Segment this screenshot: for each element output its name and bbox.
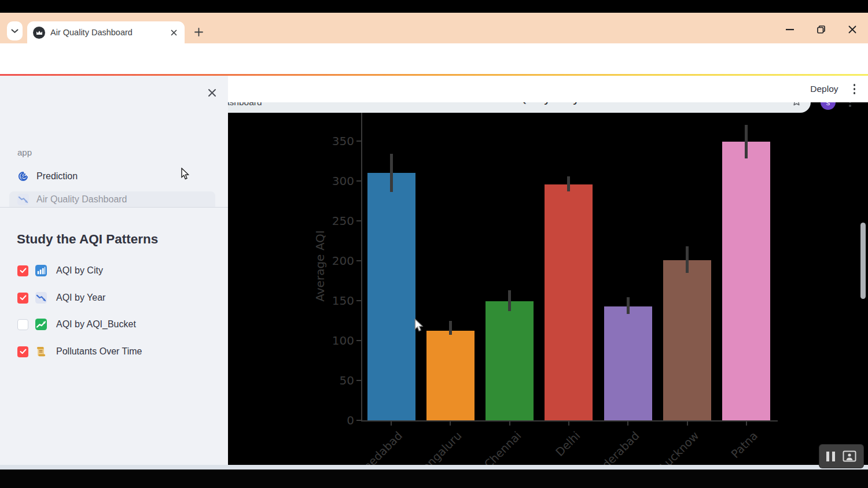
bar-chennai (486, 301, 534, 420)
window-close-button[interactable] (844, 23, 861, 36)
picture-in-picture-icon[interactable] (843, 450, 856, 462)
browser-tabstrip: Air Quality Dashboard (0, 13, 868, 43)
x-tick-mark (391, 422, 392, 426)
app-menu-button[interactable] (854, 84, 856, 94)
y-axis-spine (361, 113, 362, 422)
y-tick-mark (356, 260, 361, 261)
y-tick-label: 150 (319, 294, 354, 308)
y-tick-label: 250 (319, 214, 354, 228)
x-tick-mark (687, 422, 688, 426)
page-bottom-strip (0, 465, 868, 469)
streamlit-favicon-icon (33, 27, 45, 39)
y-tick-mark (356, 220, 361, 221)
minimize-button[interactable] (781, 23, 799, 36)
mouse-cursor-sidebar (181, 168, 191, 180)
browser-tab[interactable]: Air Quality Dashboard (27, 21, 185, 43)
bar-delhi (545, 184, 593, 420)
x-tick-label: Lucknow (657, 429, 701, 465)
kebab-icon (854, 84, 856, 86)
error-bar-delhi (567, 176, 570, 191)
restore-button[interactable] (812, 23, 830, 36)
x-tick-label: Patna (729, 429, 760, 461)
restore-icon (817, 25, 825, 34)
mouse-cursor-chart (414, 319, 425, 332)
y-tick-label: 300 (319, 174, 354, 188)
app-header: Deploy (228, 76, 868, 102)
scrollbar-thumb[interactable] (860, 223, 866, 299)
bar-lucknow (663, 260, 711, 420)
error-bar-bengaluru (449, 321, 452, 335)
bar-bengaluru (426, 331, 475, 420)
browser-toolbar: localhost:8501/Air_Quality_Dashboard s (0, 43, 868, 74)
error-bar-lucknow (686, 246, 689, 273)
tab-close-icon[interactable] (168, 27, 179, 38)
x-tick-label: Delhi (553, 429, 583, 459)
x-tick-mark (746, 422, 747, 426)
letterbox-bottom (0, 469, 868, 488)
y-tick-label: 350 (319, 134, 354, 148)
screen: Air Quality Dashboard (0, 0, 868, 488)
bar-patna (722, 142, 770, 420)
error-bar-ahmedabad (390, 154, 393, 192)
minimize-icon (786, 29, 794, 31)
x-tick-label: Hyderabad (589, 429, 642, 465)
bar-hyderabad (604, 306, 652, 420)
y-tick-mark (356, 340, 361, 341)
y-tick-label: 0 (319, 413, 354, 427)
x-tick-mark (568, 422, 569, 426)
video-overlay-controls[interactable] (819, 445, 863, 468)
y-tick-label: 100 (319, 334, 354, 347)
x-tick-mark (509, 422, 510, 426)
chevron-down-icon (11, 29, 19, 34)
bar-chart: AQI by City Average AQI 0501001502002503… (0, 76, 868, 465)
x-tick-label: Ahmedabad (348, 429, 406, 465)
tab-search-button[interactable] (7, 21, 23, 40)
tab-title: Air Quality Dashboard (50, 28, 168, 37)
close-icon (848, 25, 856, 34)
plus-icon (194, 28, 203, 36)
error-bar-patna (745, 125, 748, 158)
new-tab-button[interactable] (191, 24, 206, 39)
y-tick-label: 200 (319, 254, 354, 268)
y-tick-mark (356, 420, 361, 421)
y-tick-mark (356, 180, 361, 182)
y-tick-mark (356, 380, 361, 381)
x-tick-mark (450, 422, 451, 426)
x-axis-spine (361, 420, 778, 422)
x-tick-label: Chennai (481, 429, 524, 465)
y-tick-mark (356, 300, 361, 301)
error-bar-hyderabad (627, 297, 630, 314)
x-tick-mark (627, 422, 628, 426)
bar-ahmedabad (367, 173, 415, 420)
x-tick-label: Bengaluru (414, 429, 464, 465)
pause-icon[interactable] (826, 452, 835, 461)
y-tick-label: 50 (319, 374, 354, 387)
deploy-button[interactable]: Deploy (810, 84, 838, 94)
y-tick-mark (356, 141, 361, 142)
error-bar-chennai (508, 290, 511, 311)
